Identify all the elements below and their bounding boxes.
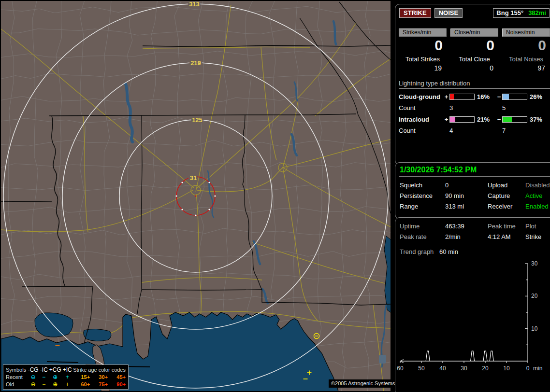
svg-text:10: 10	[531, 325, 538, 332]
intracloud-count-row: Count 4 7	[399, 127, 550, 134]
total-strikes-label: Total Strikes	[399, 56, 447, 63]
squelch-label: Squelch	[400, 182, 445, 189]
age-15: 15+	[72, 373, 90, 380]
receiver-status: Enabled	[525, 203, 550, 210]
trend-graph-window: 60 min	[439, 248, 458, 255]
cg-positive-pct: 16%	[475, 93, 496, 100]
receiver-label: Receiver	[488, 203, 525, 210]
distribution-title: Lightning type distribution	[399, 80, 550, 89]
svg-text:0: 0	[526, 365, 530, 372]
persistence-value: 90 min	[445, 192, 488, 199]
upload-status: Disabled	[525, 182, 550, 189]
svg-text:30: 30	[461, 365, 467, 372]
ic-negative-pct: 37%	[527, 116, 550, 123]
plus-sign: +	[443, 93, 449, 100]
ring-label-219: 219	[190, 59, 201, 67]
ic-negative-count: 7	[502, 127, 527, 134]
count-label: Count	[399, 104, 443, 112]
uptime-label: Uptime	[400, 223, 445, 230]
age-30: 30+	[90, 373, 108, 380]
capture-label: Capture	[488, 192, 525, 199]
receiver-center-dot	[195, 196, 197, 197]
plot-label: Plot	[525, 223, 550, 230]
ic-positive-count: 4	[449, 127, 475, 134]
range-value: 313 mi	[445, 203, 488, 210]
status-panel: 1/30/2026 7:54:52 PM Squelch 0 Upload Di…	[395, 162, 550, 219]
squelch-value: 0	[445, 182, 488, 189]
ring-label-31: 31	[190, 174, 197, 182]
svg-text:40: 40	[439, 365, 446, 372]
recent-pos-cg-icon: ⊕	[48, 373, 62, 380]
legend-recent-label: Recent	[5, 373, 27, 380]
cloud-ground-label: Cloud-ground	[399, 93, 443, 100]
cloud-ground-count-row: Count 3 5	[399, 104, 550, 112]
intracloud-label: Intracloud	[399, 116, 443, 123]
close-per-min-button[interactable]: Close/min	[450, 28, 498, 37]
cg-positive-bar	[449, 94, 475, 100]
svg-text:20: 20	[482, 365, 489, 372]
trend-graph-label-row: Trend graph 60 min	[399, 248, 550, 255]
persistence-label: Persistence	[400, 192, 445, 199]
range-label: Range	[400, 203, 445, 210]
strike-stats-panel: STRIKE NOISE Bng 155° 382mi Strikes/min …	[395, 4, 550, 165]
age-75: 75+	[90, 380, 108, 388]
noises-per-min-button[interactable]: Noises/min	[502, 28, 550, 37]
legend-col-pos-ic: +IC	[62, 366, 72, 373]
lake-pontchartrain	[35, 313, 73, 337]
minus-sign: −	[496, 93, 502, 100]
ic-negative-bar	[502, 116, 527, 123]
close-per-min-value: 0	[450, 38, 498, 53]
trend-graph: 3020106050403020100min	[397, 259, 545, 381]
noise-mode-button[interactable]: NOISE	[434, 8, 463, 18]
age-90: 90+	[108, 380, 126, 388]
strikes-counter-column: Strikes/min 0 Total Strikes 19	[399, 28, 447, 72]
intracloud-row: Intracloud + 21% − 37%	[399, 116, 550, 123]
uptime-value: 463:39	[445, 223, 488, 230]
total-close-label: Total Close	[450, 56, 498, 63]
legend-header-row: Symbols -CG -IC +CG +IC Strike age color…	[5, 366, 126, 373]
recent-neg-ic-icon: −	[39, 373, 48, 380]
peak-rate-value: 2/min	[445, 233, 488, 240]
bearing-display: Bng 155° 382mi	[493, 8, 550, 18]
legend-col-pos-cg: +CG	[48, 366, 62, 373]
map-symbol-legend: Symbols -CG -IC +CG +IC Strike age color…	[3, 364, 129, 390]
ring-label-125: 125	[192, 116, 203, 124]
strike-mode-button[interactable]: STRIKE	[399, 8, 431, 18]
total-noises-value: 97	[502, 64, 550, 72]
recent-neg-cg-icon: ⊖	[27, 373, 39, 380]
age-60: 60+	[72, 380, 90, 388]
svg-text:20: 20	[531, 293, 538, 299]
lake	[379, 355, 386, 364]
datetime-display: 1/30/2026 7:54:52 PM	[399, 165, 550, 177]
old-pos-cg-icon: ⊕	[48, 380, 62, 388]
legend-old-row: Old ⊖ − ⊕ + 60+ 75+ 90+	[5, 380, 126, 388]
trend-panel: Uptime 463:39 Peak time Plot Peak rate 2…	[395, 217, 550, 392]
old-neg-cg-icon: ⊖	[27, 380, 39, 388]
map-canvas[interactable]: 313 219 125 31	[1, 1, 391, 391]
total-strikes-value: 19	[399, 64, 447, 72]
legend-col-neg-ic: -IC	[39, 366, 48, 373]
total-close-value: 0	[450, 64, 498, 72]
lightning-map[interactable]: 313 219 125 31	[1, 1, 391, 391]
cg-negative-count: 5	[502, 104, 527, 112]
svg-text:30: 30	[531, 260, 538, 267]
copyright-notice: ©2005 Astrogenic Systems	[329, 379, 397, 388]
minus-sign: −	[496, 116, 502, 123]
svg-text:min: min	[533, 365, 542, 372]
noises-per-min-value: 0	[502, 38, 550, 53]
plot-value: Strike	[525, 233, 550, 240]
strikes-per-min-button[interactable]: Strikes/min	[399, 28, 447, 37]
cg-negative-pct: 26%	[527, 93, 550, 100]
trend-graph-label: Trend graph	[400, 248, 434, 255]
capture-status: Active	[525, 192, 550, 199]
age-45: 45+	[108, 373, 126, 380]
svg-text:10: 10	[503, 365, 510, 372]
total-noises-label: Total Noises	[502, 56, 550, 63]
peak-time-value: 4:12 AM	[488, 233, 525, 240]
cloud-ground-row: Cloud-ground + 16% − 26%	[399, 93, 550, 100]
close-counter-column: Close/min 0 Total Close 0	[450, 28, 498, 72]
legend-recent-row: Recent ⊖ − ⊕ + 15+ 30+ 45+	[5, 373, 126, 380]
legend-age-header: Strike age color codes	[72, 366, 126, 373]
legend-symbols-header: Symbols	[5, 366, 27, 373]
count-label: Count	[399, 127, 443, 134]
